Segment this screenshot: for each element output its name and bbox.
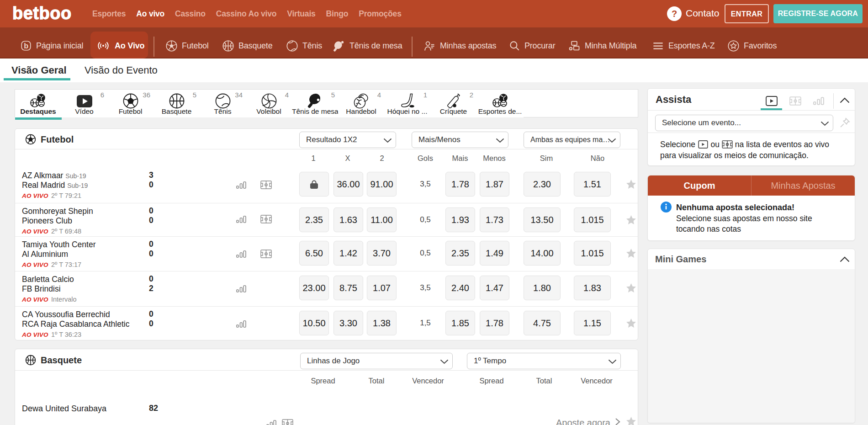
svg-text:b: b bbox=[24, 42, 28, 50]
